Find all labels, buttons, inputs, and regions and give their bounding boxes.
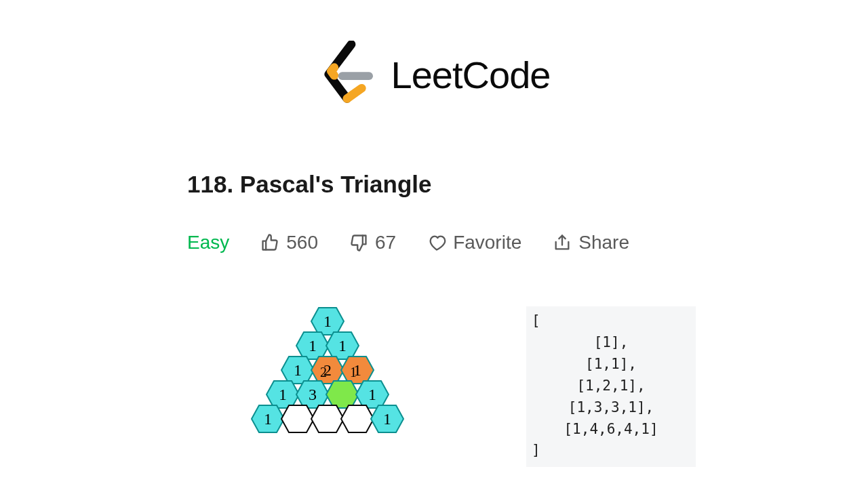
share-label: Share <box>578 232 629 253</box>
problem-meta-row: Easy 560 67 Favorite <box>187 232 629 253</box>
overlay-digit: 2 <box>320 365 327 380</box>
favorite-button[interactable]: Favorite <box>427 232 521 253</box>
code-line: [1,1], <box>532 354 690 375</box>
code-line: [1], <box>532 332 690 354</box>
thumbs-up-icon <box>260 233 279 252</box>
hex-cell: 1 <box>370 404 404 434</box>
heart-icon <box>427 233 446 252</box>
overlay-digit: 1 <box>350 365 357 380</box>
code-line: [1,3,3,1], <box>532 397 690 419</box>
brand-name: LeetCode <box>391 53 551 97</box>
code-line: ] <box>532 440 690 462</box>
favorite-label: Favorite <box>453 232 521 253</box>
thumbs-down-icon <box>349 233 368 252</box>
leetcode-icon <box>318 41 379 108</box>
hex-cell <box>311 404 344 434</box>
hex-cell <box>281 404 315 434</box>
share-button[interactable]: Share <box>553 232 629 253</box>
output-code-panel: [[1],[1,1],[1,2,1],[1,3,3,1],[1,4,6,4,1]… <box>526 306 696 467</box>
like-button[interactable]: 560 <box>260 232 318 253</box>
dislike-button[interactable]: 67 <box>349 232 396 253</box>
share-icon <box>553 233 572 252</box>
difficulty-badge: Easy <box>187 232 229 253</box>
like-count: 560 <box>286 232 318 253</box>
problem-title: 118. Pascal's Triangle <box>187 171 432 198</box>
hex-cell: 1 <box>251 404 285 434</box>
code-line: [1,2,1], <box>532 375 690 397</box>
pascal-triangle-diagram: 1111211311121 <box>250 306 439 469</box>
hex-cell <box>340 404 374 434</box>
brand-logo: LeetCode <box>318 41 551 108</box>
dislike-count: 67 <box>375 232 396 253</box>
code-line: [1,4,6,4,1] <box>532 419 690 441</box>
code-line: [ <box>532 310 690 332</box>
